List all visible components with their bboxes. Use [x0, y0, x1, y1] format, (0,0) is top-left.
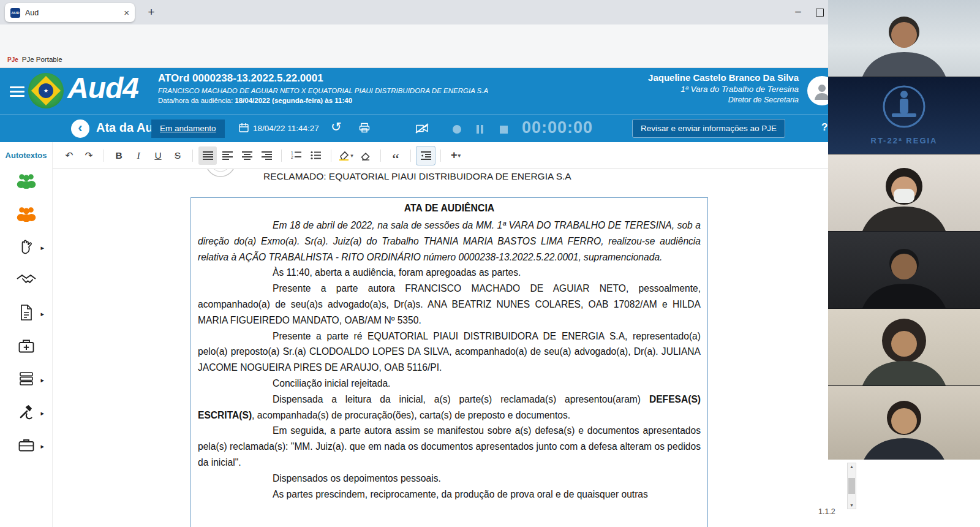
underline-button[interactable]: U [149, 146, 167, 165]
bookmark-pje-portable[interactable]: PJe Portable [22, 56, 62, 63]
emblem-star-icon: ★ [43, 88, 48, 94]
video-participant[interactable] [828, 154, 980, 232]
toolbar-separator [192, 150, 193, 162]
highlighter-button[interactable]: ▾ [337, 146, 355, 165]
text-run[interactable]: Em 18 de abril de 2022, na sala de sessõ… [198, 220, 701, 262]
sidebar-item-parties[interactable] [0, 165, 52, 198]
autotextos-sidebar: Autotextos ▸ ▸ [0, 142, 53, 527]
sidebar-item-records[interactable]: ▸ [0, 363, 52, 396]
secretary-role: Diretor de Secretaria [648, 96, 799, 104]
print-icon[interactable] [359, 123, 370, 135]
camera-off-icon[interactable] [415, 123, 429, 136]
align-center-button[interactable] [238, 146, 256, 165]
text-run[interactable]: Dispensados os depoimentos pessoais. [273, 473, 441, 483]
history-icon[interactable]: ↺ [331, 119, 342, 134]
people-group-green-icon [17, 172, 36, 191]
window-maximize-button[interactable] [816, 9, 824, 17]
tab-close-icon[interactable]: × [124, 7, 129, 18]
text-run[interactable]: Presente a parte ré EQUATORIAL PIAUI DIS… [198, 331, 701, 373]
chevron-right-icon: ▸ [40, 376, 44, 384]
video-participant[interactable] [828, 386, 980, 463]
hearing-datetime-value: 18/04/2022 (segunda-feira) às 11:40 [235, 97, 352, 104]
sidebar-item-add-case[interactable] [0, 330, 52, 363]
scroll-up-icon[interactable]: ▲ [850, 464, 854, 469]
document-paragraph[interactable]: Às 11:40, aberta a audiência, foram apre… [198, 265, 701, 281]
text-run[interactable]: , acompanhada(s) de procuração(ões), car… [252, 410, 570, 420]
align-right-icon [262, 151, 272, 160]
new-tab-button[interactable]: + [143, 4, 159, 20]
raised-hand-icon [18, 238, 34, 257]
scrollbar-thumb[interactable] [848, 478, 855, 494]
ata-box: ATA DE AUDIÊNCIA Em 18 de abril de 2022,… [190, 197, 708, 527]
hearing-status-selector[interactable]: Em andamento [151, 119, 225, 138]
italic-button[interactable]: I [129, 146, 148, 165]
indent-button[interactable] [417, 146, 435, 165]
video-participant[interactable]: RT-22ª REGIA [828, 77, 980, 154]
document-paragraph[interactable]: Em seguida, a parte autora assim se mani… [198, 423, 701, 470]
document-paragraph[interactable]: Conciliação inicial rejeitada. [198, 376, 701, 392]
text-run[interactable]: Conciliação inicial rejeitada. [273, 378, 390, 389]
document-paragraph[interactable]: Dispensada a leitura da inicial, a(s) pa… [198, 392, 701, 423]
hearing-start-datetime[interactable]: 18/04/22 11:44:27 [239, 123, 319, 134]
svg-text:2: 2 [291, 155, 293, 159]
video-participant[interactable] [828, 0, 980, 77]
blockquote-button[interactable]: “ [386, 143, 405, 169]
text-run[interactable]: As partes prescindem, reciprocamente, da… [273, 489, 648, 499]
eraser-button[interactable] [356, 146, 375, 165]
people-group-orange-icon [17, 205, 36, 224]
calendar-icon [239, 123, 249, 134]
help-button[interactable]: ? [821, 121, 827, 134]
text-run[interactable]: Às 11:40, aberta a audiência, foram apre… [273, 267, 521, 278]
window-minimize-button[interactable]: – [789, 4, 807, 21]
scroll-down-icon[interactable]: ▼ [850, 502, 854, 508]
gavel-tools-icon [18, 403, 35, 423]
bullet-list-button[interactable] [307, 146, 325, 165]
participant-silhouette [828, 0, 980, 77]
document-paragraph[interactable]: Em 18 de abril de 2022, na sala de sessõ… [198, 218, 701, 265]
undo-button[interactable]: ↶ [60, 146, 78, 165]
document-paragraph[interactable]: Presente a parte ré EQUATORIAL PIAUI DIS… [198, 328, 701, 376]
sidebar-item-documents[interactable]: ▸ [0, 297, 52, 330]
text-run[interactable]: Presente a parte autora FRANCISCO MACHAD… [198, 283, 701, 325]
text-run[interactable]: Em seguida, a parte autora assim se mani… [198, 425, 701, 468]
document-paragraph[interactable]: Presente a parte autora FRANCISCO MACHAD… [198, 281, 701, 328]
participant-silhouette [828, 154, 980, 231]
ordered-list-icon: 12 [291, 151, 302, 160]
sidebar-item-oath[interactable]: ▸ [0, 231, 52, 264]
sidebar-item-conciliation[interactable] [0, 264, 52, 297]
participant-silhouette [828, 232, 980, 308]
document-paragraph[interactable]: As partes prescindem, reciprocamente, da… [198, 487, 701, 502]
insert-button[interactable]: + ▾ [447, 146, 465, 165]
document-paragraphs[interactable]: Em 18 de abril de 2022, na sala de sessõ… [198, 218, 701, 502]
align-justify-button[interactable] [198, 146, 217, 165]
video-participant[interactable] [828, 232, 980, 309]
toolbar-separator [440, 150, 441, 162]
hamburger-menu-icon[interactable] [10, 84, 24, 99]
align-right-button[interactable] [257, 146, 276, 165]
sidebar-item-lawyers[interactable] [0, 198, 52, 231]
video-participant[interactable] [828, 309, 980, 386]
document-title[interactable]: ATA DE AUDIÊNCIA [198, 203, 701, 214]
browser-tab[interactable]: AUD Aud × [5, 3, 135, 22]
document-overline[interactable]: RECLAMADO: EQUATORIAL PIAUI DISTRIBUIDOR… [263, 171, 571, 182]
redo-button[interactable]: ↷ [80, 146, 98, 165]
stop-button[interactable] [500, 126, 508, 134]
pause-button[interactable] [477, 125, 483, 134]
secretary-name: Jaqueline Castelo Branco Da Silva [648, 72, 799, 83]
document-paragraph[interactable]: Dispensados os depoimentos pessoais. [198, 471, 701, 487]
review-send-pje-button[interactable]: Revisar e enviar informações ao PJE [632, 119, 785, 138]
back-button[interactable]: ‹ [71, 119, 89, 138]
highlighter-icon [339, 150, 350, 161]
court-seal-image [202, 169, 258, 183]
bold-button[interactable]: B [110, 146, 128, 165]
align-left-button[interactable] [218, 146, 236, 165]
record-button[interactable] [453, 125, 461, 134]
ordered-list-button[interactable]: 12 [287, 146, 306, 165]
strikethrough-button[interactable]: S [168, 146, 187, 165]
sidebar-item-briefcase[interactable]: ▸ [0, 430, 52, 463]
stacked-layers-icon [18, 371, 34, 389]
sidebar-item-tools[interactable]: ▸ [0, 396, 52, 430]
text-run[interactable]: Dispensada a leitura da inicial, a(s) pa… [273, 394, 649, 404]
scrollbar[interactable]: ▲ ▼ [847, 463, 856, 509]
tab-favicon-icon: AUD [10, 8, 20, 18]
